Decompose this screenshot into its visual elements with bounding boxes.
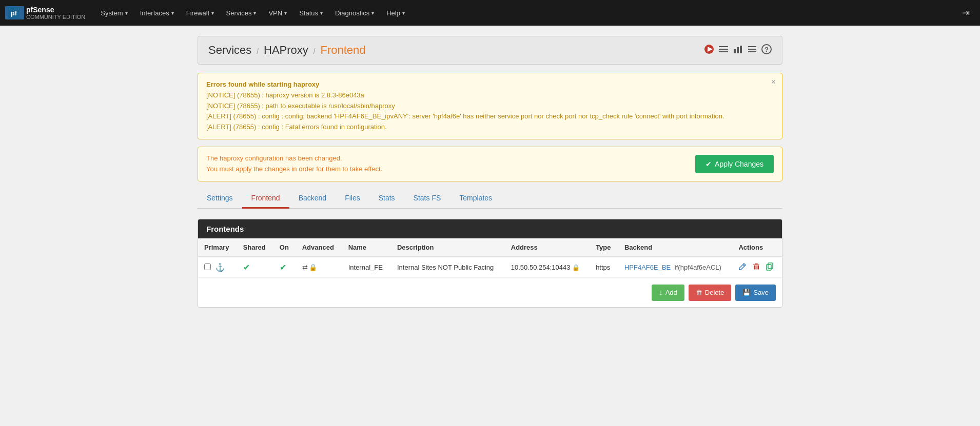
tab-stats-fs[interactable]: Stats FS	[404, 189, 450, 209]
tab-frontend[interactable]: Frontend	[242, 189, 289, 209]
error-line-2: [NOTICE] (78655) : path to executable is…	[206, 102, 395, 110]
chevron-down-icon: ▾	[171, 10, 174, 16]
col-on: On	[273, 238, 296, 257]
backend-link[interactable]: HPF4AF6E_BE	[624, 263, 671, 271]
svg-rect-18	[758, 265, 759, 269]
notice-line-2: You must apply the changes in order for …	[206, 165, 382, 173]
svg-rect-20	[768, 263, 773, 269]
nav-firewall[interactable]: Firewall ▾	[181, 6, 219, 20]
svg-rect-9	[740, 46, 742, 53]
settings-icon[interactable]	[718, 44, 729, 57]
row-checkbox[interactable]	[204, 263, 211, 270]
frontends-table: Primary Shared On Advanced Name Descript…	[198, 238, 782, 278]
brand-edition: COMMUNITY EDITION	[26, 14, 85, 20]
chevron-down-icon: ▾	[371, 10, 374, 16]
svg-text:pf: pf	[11, 9, 17, 17]
trash-icon: 🗑	[696, 289, 702, 296]
cell-actions	[732, 257, 782, 278]
cell-address: 10.50.50.254:10443 🔒	[505, 257, 590, 278]
bc-frontend: Frontend	[321, 44, 366, 56]
logout-icon[interactable]: ⇥	[957, 4, 975, 22]
cell-backend: HPF4AF6E_BE if(hpf4af6eACL)	[618, 257, 733, 278]
col-shared: Shared	[237, 238, 273, 257]
cell-description: Internal Sites NOT Public Facing	[391, 257, 505, 278]
tab-settings[interactable]: Settings	[198, 189, 242, 209]
col-primary: Primary	[198, 238, 237, 257]
svg-rect-8	[737, 47, 739, 53]
chevron-down-icon: ▾	[125, 10, 128, 16]
nav-right: ⇥	[957, 4, 975, 22]
nav-status[interactable]: Status ▾	[294, 6, 328, 20]
col-backend: Backend	[618, 238, 733, 257]
chevron-down-icon: ▾	[211, 10, 214, 16]
col-type: Type	[590, 238, 618, 257]
svg-rect-19	[755, 265, 758, 269]
chart-icon[interactable]	[733, 44, 743, 57]
svg-rect-7	[734, 49, 736, 53]
bc-sep-2: /	[313, 47, 318, 55]
edit-icon[interactable]	[738, 263, 749, 272]
list-icon[interactable]	[747, 44, 757, 57]
add-icon: ↓	[659, 288, 663, 297]
error-alert: × Errors found while starting haproxy [N…	[198, 73, 782, 139]
panel-title: Frontends	[198, 219, 782, 238]
apply-changes-button[interactable]: ✔ Apply Changes	[695, 155, 774, 173]
svg-rect-6	[719, 51, 728, 52]
tab-templates[interactable]: Templates	[450, 189, 501, 209]
chevron-down-icon: ▾	[402, 10, 405, 16]
nav-services[interactable]: Services ▾	[221, 6, 262, 20]
breadcrumb: Services / HAProxy / Frontend	[208, 44, 366, 57]
cell-on: ✔	[273, 257, 296, 278]
notice-line-1: The haproxy configuration has been chang…	[206, 154, 342, 162]
save-button[interactable]: 💾 Save	[735, 285, 776, 301]
copy-icon[interactable]	[766, 263, 774, 272]
svg-rect-4	[719, 46, 728, 47]
play-icon[interactable]	[704, 44, 714, 57]
table-row: ⚓ ✔ ✔ ⇄ 🔒	[198, 257, 782, 278]
nav-vpn[interactable]: VPN ▾	[263, 6, 292, 20]
breadcrumb-panel: Services / HAProxy / Frontend	[198, 36, 782, 65]
chevron-down-icon: ▾	[253, 10, 256, 16]
table-footer: ↓ Add 🗑 Delete 💾 Save	[198, 278, 782, 307]
tab-backend[interactable]: Backend	[289, 189, 336, 209]
col-actions: Actions	[732, 238, 782, 257]
cell-shared: ✔	[237, 257, 273, 278]
notice-text: The haproxy configuration has been chang…	[206, 153, 382, 175]
svg-rect-10	[748, 46, 756, 47]
error-title: Errors found while starting haproxy	[206, 80, 319, 88]
cell-type: https	[590, 257, 618, 278]
svg-rect-12	[748, 51, 756, 52]
cell-advanced: ⇄ 🔒	[296, 257, 342, 278]
address-lock-icon: 🔒	[572, 264, 580, 271]
add-button[interactable]: ↓ Add	[652, 285, 684, 301]
nav-diagnostics[interactable]: Diagnostics ▾	[330, 6, 379, 20]
save-icon: 💾	[742, 289, 751, 296]
alert-close-button[interactable]: ×	[771, 77, 776, 87]
error-line-1: [NOTICE] (78655) : haproxy version is 2.…	[206, 91, 364, 99]
nav-system[interactable]: System ▾	[95, 6, 132, 20]
cell-primary: ⚓	[198, 257, 237, 278]
main-content: Services / HAProxy / Frontend	[187, 36, 793, 308]
nav-help[interactable]: Help ▾	[381, 6, 410, 20]
navbar: pf pfSense COMMUNITY EDITION System ▾ In…	[0, 0, 980, 26]
backend-extra: if(hpf4af6eACL)	[675, 263, 721, 271]
anchor-icon: ⚓	[215, 263, 225, 272]
shared-check-icon: ✔	[243, 263, 250, 272]
error-line-4: [ALERT] (78655) : config : Fatal errors …	[206, 123, 387, 131]
error-line-3: [ALERT] (78655) : config : config: backe…	[206, 112, 724, 120]
tab-stats[interactable]: Stats	[369, 189, 404, 209]
shuffle-icon: ⇄	[302, 263, 308, 271]
notice-alert: The haproxy configuration has been chang…	[198, 147, 782, 181]
on-check-icon: ✔	[280, 263, 286, 272]
tab-files[interactable]: Files	[336, 189, 369, 209]
delete-row-icon[interactable]	[752, 263, 762, 272]
svg-rect-21	[767, 265, 771, 270]
help-icon[interactable]: ?	[761, 44, 772, 57]
alert-error-text: Errors found while starting haproxy [NOT…	[206, 79, 774, 133]
col-description: Description	[391, 238, 505, 257]
delete-button[interactable]: 🗑 Delete	[689, 285, 732, 301]
checkmark-icon: ✔	[705, 160, 712, 168]
chevron-down-icon: ▾	[320, 10, 323, 16]
nav-interfaces[interactable]: Interfaces ▾	[135, 6, 179, 20]
cell-name: Internal_FE	[342, 257, 391, 278]
